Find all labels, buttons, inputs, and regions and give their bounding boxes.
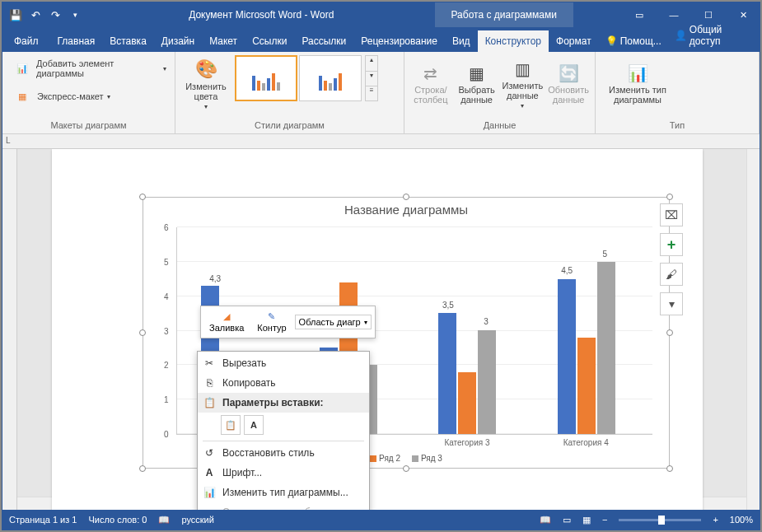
- paste-option-1[interactable]: 📋: [221, 415, 241, 435]
- window-title: Документ Microsoft Word - Word: [88, 9, 435, 21]
- ruler-horizontal[interactable]: [2, 134, 760, 149]
- data-label: 5: [603, 250, 608, 259]
- resize-handle[interactable]: [666, 329, 673, 336]
- edit-data-button[interactable]: ▥Изменить данные▾: [502, 55, 545, 113]
- y-tick: 0: [164, 430, 169, 439]
- document-page[interactable]: Название диаграммы 0 1 2 3 4 5 6: [52, 149, 703, 510]
- bar[interactable]: [438, 313, 456, 434]
- tab-format[interactable]: Формат: [549, 30, 599, 52]
- change-colors-button[interactable]: 🎨 Изменить цвета▾: [180, 55, 231, 113]
- gallery-down-icon[interactable]: ▾: [366, 71, 377, 86]
- group-styles-label: Стили диаграмм: [180, 119, 399, 130]
- chart-filters-button[interactable]: ▾: [660, 292, 683, 315]
- ctx-change-type[interactable]: 📊Изменить тип диаграммы...: [198, 483, 369, 502]
- switch-row-col-button[interactable]: ⇄Строка/столбец: [409, 55, 452, 113]
- undo-icon[interactable]: ↶: [29, 8, 42, 21]
- chart-styles-button[interactable]: 🖌: [660, 263, 683, 286]
- ctx-font[interactable]: AШрифт...: [198, 463, 369, 483]
- tab-view[interactable]: Вид: [445, 30, 478, 52]
- qat-dropdown-icon[interactable]: ▾: [68, 8, 82, 21]
- status-words[interactable]: Число слов: 0: [88, 515, 147, 525]
- bar[interactable]: [478, 330, 496, 434]
- change-chart-type-button[interactable]: 📊Изменить тип диаграммы: [601, 55, 675, 113]
- add-element-icon: 📊: [11, 57, 33, 80]
- tab-references[interactable]: Ссылки: [245, 30, 294, 52]
- bar[interactable]: [458, 372, 476, 434]
- legend-swatch: [370, 455, 376, 462]
- chart-styles-gallery[interactable]: [235, 55, 362, 101]
- resize-handle[interactable]: [139, 194, 146, 200]
- tab-insert[interactable]: Вставка: [102, 30, 154, 52]
- tab-mailings[interactable]: Рассылки: [294, 30, 353, 52]
- ribbon-options-icon[interactable]: ▭: [623, 2, 656, 27]
- chart-title[interactable]: Название диаграммы: [143, 198, 669, 222]
- resize-handle[interactable]: [666, 465, 673, 472]
- add-chart-element-button[interactable]: 📊Добавить элемент диаграммы▾: [7, 55, 170, 82]
- tab-constructor[interactable]: Конструктор: [478, 30, 549, 52]
- ctx-save-template: ▭Сохранить как шаблон...: [198, 502, 369, 510]
- scrollbar-vertical[interactable]: [746, 149, 760, 510]
- legend-label: Ряд 3: [421, 454, 442, 463]
- bar[interactable]: [597, 262, 615, 434]
- chart-area-combo[interactable]: Область диагр▾: [295, 315, 372, 329]
- zoom-level[interactable]: 100%: [730, 515, 753, 525]
- mini-toolbar: ◢Заливка ✎Контур Область диагр▾: [200, 306, 376, 338]
- select-data-button[interactable]: ▦Выбрать данные: [456, 55, 498, 113]
- status-page[interactable]: Страница 1 из 1: [9, 515, 77, 525]
- bar[interactable]: [577, 338, 596, 434]
- paste-option-2[interactable]: A: [244, 415, 264, 435]
- resize-handle[interactable]: [403, 194, 409, 200]
- resize-handle[interactable]: [139, 329, 146, 336]
- ctx-cut[interactable]: ✂Вырезать: [198, 353, 369, 373]
- ruler-vertical[interactable]: [2, 149, 17, 510]
- quick-access-toolbar: 💾 ↶ ↷ ▾: [2, 8, 88, 21]
- quick-layout-button[interactable]: ▦Экспресс-макет▾: [7, 83, 170, 110]
- redo-icon[interactable]: ↷: [49, 8, 62, 21]
- quick-layout-icon: ▦: [11, 85, 34, 108]
- paste-options: 📋 A: [198, 413, 369, 439]
- view-print-icon[interactable]: ▭: [563, 515, 571, 525]
- tell-me-label: Помощ...: [620, 35, 661, 47]
- save-icon[interactable]: 💾: [9, 8, 22, 21]
- view-web-icon[interactable]: ▦: [582, 515, 591, 525]
- ctx-copy[interactable]: ⎘Копировать: [198, 373, 369, 393]
- refresh-icon: 🔄: [559, 63, 579, 83]
- edit-data-label: Изменить данные: [502, 81, 545, 100]
- y-tick: 3: [164, 326, 169, 335]
- tab-design[interactable]: Дизайн: [154, 30, 202, 52]
- resize-handle[interactable]: [666, 194, 673, 200]
- style-item-1[interactable]: [235, 55, 297, 101]
- refresh-data-button[interactable]: 🔄Обновить данные: [547, 55, 590, 113]
- gallery-more-icon[interactable]: ≡: [366, 86, 377, 100]
- tab-file[interactable]: Файл: [2, 30, 50, 52]
- zoom-slider[interactable]: [619, 519, 701, 521]
- status-spellcheck-icon[interactable]: 📖: [158, 515, 170, 525]
- outline-button[interactable]: ✎Контур: [252, 310, 291, 334]
- ctx-label: Копировать: [222, 377, 276, 389]
- zoom-thumb[interactable]: [658, 516, 665, 525]
- zoom-in-button[interactable]: +: [713, 515, 718, 525]
- tell-me[interactable]: 💡Помощ...: [599, 30, 668, 52]
- tab-layout[interactable]: Макет: [202, 30, 245, 52]
- status-language[interactable]: русский: [181, 515, 213, 525]
- resize-handle[interactable]: [403, 465, 409, 472]
- group-type-label: Тип: [601, 119, 754, 130]
- layout-options-button[interactable]: ⌧: [660, 203, 683, 226]
- data-label: 4,5: [561, 266, 573, 275]
- ctx-reset-style[interactable]: ↺Восстановить стиль: [198, 443, 369, 463]
- y-tick: 1: [164, 395, 169, 404]
- resize-handle[interactable]: [139, 465, 146, 472]
- tab-home[interactable]: Главная: [50, 30, 103, 52]
- chart-elements-button[interactable]: +: [660, 233, 683, 256]
- zoom-out-button[interactable]: −: [602, 515, 607, 525]
- bar-group: [558, 262, 615, 434]
- style-item-2[interactable]: [299, 55, 362, 101]
- bar[interactable]: [558, 279, 576, 434]
- gallery-up-icon[interactable]: ▴: [366, 56, 377, 71]
- context-menu: ✂Вырезать ⎘Копировать 📋Параметры вставки…: [197, 351, 370, 510]
- fill-button[interactable]: ◢Заливка: [204, 310, 249, 334]
- share-button[interactable]: 👤Общий доступ: [668, 19, 760, 52]
- view-read-icon[interactable]: 📖: [540, 515, 551, 525]
- change-colors-label: Изменить цвета: [180, 82, 231, 101]
- tab-review[interactable]: Рецензирование: [353, 30, 445, 52]
